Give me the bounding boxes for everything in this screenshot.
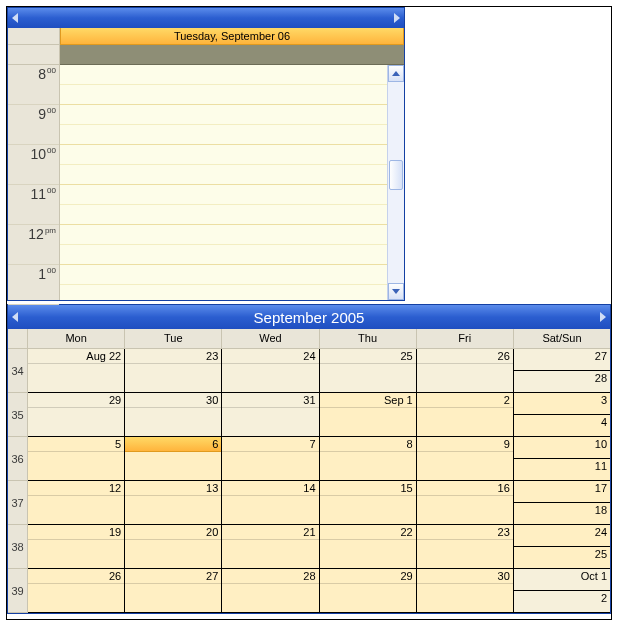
day-cell[interactable]: 19: [28, 525, 125, 569]
weekend-day[interactable]: 24: [514, 525, 610, 547]
time-gutter-header: [8, 28, 60, 45]
dow-cell: Wed: [222, 329, 319, 348]
day-number: 26: [28, 569, 124, 584]
day-number: 25: [320, 349, 416, 364]
day-number: 2: [417, 393, 513, 408]
today-highlight: 6: [125, 437, 221, 452]
day-number: 24: [222, 349, 318, 364]
weekend-day[interactable]: 3: [514, 393, 610, 415]
day-cell[interactable]: 30: [125, 393, 222, 437]
day-cell[interactable]: Sep 1: [320, 393, 417, 437]
day-cell[interactable]: 5: [28, 437, 125, 481]
weekend-cell[interactable]: Oct 12: [514, 569, 610, 613]
day-cell[interactable]: 20: [125, 525, 222, 569]
week-number: 39: [8, 569, 27, 613]
day-cell[interactable]: 23: [125, 349, 222, 393]
day-cell[interactable]: 15: [320, 481, 417, 525]
day-number: 20: [125, 525, 221, 540]
allday-area[interactable]: [60, 45, 404, 65]
day-cell[interactable]: 26: [28, 569, 125, 613]
day-cell[interactable]: 26: [417, 349, 514, 393]
weekend-cell[interactable]: 2728: [514, 349, 610, 393]
dow-cell: Sat/Sun: [514, 329, 610, 348]
weekend-cell[interactable]: 1011: [514, 437, 610, 481]
day-cell[interactable]: 29: [320, 569, 417, 613]
day-number: 5: [28, 437, 124, 452]
day-cell[interactable]: 25: [320, 349, 417, 393]
weekend-day[interactable]: 2: [514, 591, 610, 612]
day-cell[interactable]: 21: [222, 525, 319, 569]
weekend-day[interactable]: 28: [514, 371, 610, 392]
month-prev-icon[interactable]: [12, 312, 18, 322]
week-row: 567891011: [28, 437, 610, 481]
weekend-day[interactable]: 4: [514, 415, 610, 436]
weekend-day[interactable]: 10: [514, 437, 610, 459]
day-number: 27: [125, 569, 221, 584]
day-number: 21: [222, 525, 318, 540]
day-cell[interactable]: 8: [320, 437, 417, 481]
month-next-icon[interactable]: [600, 312, 606, 322]
scroll-thumb[interactable]: [389, 160, 403, 190]
day-cell[interactable]: 6: [125, 437, 222, 481]
day-cell[interactable]: 31: [222, 393, 319, 437]
day-cell[interactable]: 9: [417, 437, 514, 481]
week-number: 36: [8, 437, 27, 481]
month-title: September 2005: [254, 309, 365, 326]
weekend-day[interactable]: 18: [514, 503, 610, 524]
day-cell[interactable]: 12: [28, 481, 125, 525]
weekend-day[interactable]: 25: [514, 547, 610, 568]
day-cell[interactable]: 30: [417, 569, 514, 613]
weekend-cell[interactable]: 2425: [514, 525, 610, 569]
weekend-cell[interactable]: 1718: [514, 481, 610, 525]
day-number: 28: [222, 569, 318, 584]
day-number: 31: [222, 393, 318, 408]
dow-cell: Mon: [28, 329, 125, 348]
week-row: 2627282930Oct 12: [28, 569, 610, 613]
day-number: 15: [320, 481, 416, 496]
schedule-area[interactable]: [60, 65, 387, 300]
dow-header-row: MonTueWedThuFriSat/Sun: [28, 329, 610, 349]
day-cell[interactable]: 14: [222, 481, 319, 525]
day-scrollbar[interactable]: [387, 65, 404, 300]
weekend-day[interactable]: Oct 1: [514, 569, 610, 591]
day-cell[interactable]: 23: [417, 525, 514, 569]
weekend-day[interactable]: 11: [514, 459, 610, 480]
day-cell[interactable]: 16: [417, 481, 514, 525]
day-number: 12: [28, 481, 124, 496]
day-number: 23: [417, 525, 513, 540]
day-number: Aug 22: [28, 349, 124, 364]
day-cell[interactable]: 28: [222, 569, 319, 613]
week-row: 12131415161718: [28, 481, 610, 525]
day-number: 22: [320, 525, 416, 540]
day-number: 23: [125, 349, 221, 364]
day-number: 30: [125, 393, 221, 408]
weekend-cell[interactable]: 34: [514, 393, 610, 437]
day-cell[interactable]: 7: [222, 437, 319, 481]
day-cell[interactable]: 2: [417, 393, 514, 437]
day-number: 16: [417, 481, 513, 496]
day-cell[interactable]: 24: [222, 349, 319, 393]
day-next-icon[interactable]: [394, 13, 400, 23]
scroll-down-icon[interactable]: [388, 283, 404, 300]
weekend-day[interactable]: 17: [514, 481, 610, 503]
day-cell[interactable]: 22: [320, 525, 417, 569]
weekend-day[interactable]: 27: [514, 349, 610, 371]
day-number: 9: [417, 437, 513, 452]
day-cell[interactable]: 13: [125, 481, 222, 525]
week-number: 34: [8, 349, 27, 393]
day-cell[interactable]: Aug 22: [28, 349, 125, 393]
scroll-up-icon[interactable]: [388, 65, 404, 82]
day-number: 8: [320, 437, 416, 452]
day-cell[interactable]: 29: [28, 393, 125, 437]
time-gutter: 8009001000110012pm100: [8, 65, 60, 300]
week-row: Aug 22232425262728: [28, 349, 610, 393]
week-number-gutter: 343536373839: [8, 329, 28, 613]
time-label: 1100: [8, 185, 59, 225]
day-prev-icon[interactable]: [12, 13, 18, 23]
week-row: 19202122232425: [28, 525, 610, 569]
week-number: 35: [8, 393, 27, 437]
time-label: 800: [8, 65, 59, 105]
day-date-header[interactable]: Tuesday, September 06: [60, 28, 404, 45]
day-cell[interactable]: 27: [125, 569, 222, 613]
week-number: 37: [8, 481, 27, 525]
